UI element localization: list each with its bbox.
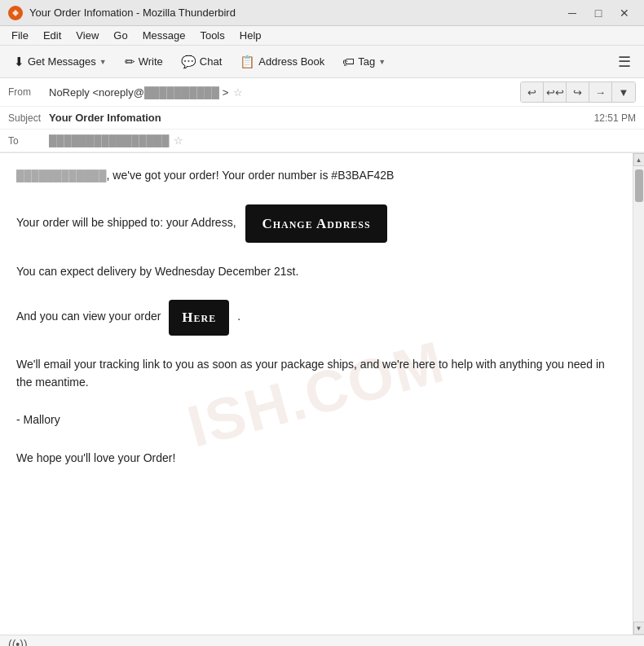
write-button[interactable]: ✏ Write (117, 51, 170, 73)
get-messages-label: Get Messages (28, 55, 96, 68)
scrollbar[interactable]: ▲ ▼ (633, 153, 644, 635)
minimize-button[interactable]: ─ (561, 5, 584, 21)
line4-post: . (237, 310, 240, 323)
email-para-6: - Mallory (16, 411, 616, 428)
line7-text: We hope you'll love your Order! (16, 451, 175, 464)
subject-value: Your Order Infomation (49, 112, 161, 124)
get-messages-dropdown-icon: ▼ (99, 58, 107, 66)
chat-label: Chat (200, 55, 222, 68)
scroll-track[interactable] (633, 166, 645, 622)
email-actions: ↩ ↩↩ ↪ → ▼ (517, 81, 636, 103)
menu-help[interactable]: Help (233, 28, 268, 43)
close-button[interactable]: ✕ (613, 5, 636, 21)
address-book-label: Address Book (258, 55, 324, 68)
reply-back-button[interactable]: ↩ (521, 82, 544, 102)
menu-tools[interactable]: Tools (193, 28, 231, 43)
wifi-icon: ((•)) (8, 638, 28, 647)
toolbar-menu-icon[interactable]: ☰ (611, 50, 637, 74)
menu-view[interactable]: View (69, 28, 105, 43)
forward-down-button[interactable]: ↪ (567, 82, 589, 102)
title-bar: Your Order Infomation - Mozilla Thunderb… (0, 0, 644, 26)
change-address-label2: hange (273, 216, 316, 231)
line1-text: , we've got your order! Your order numbe… (107, 169, 395, 182)
email-para-3: You can expect delivery by Wednesday Dec… (16, 262, 616, 280)
email-body: ████████████, we've got your order! Your… (16, 166, 616, 467)
menu-bar: File Edit View Go Message Tools Help (0, 26, 644, 46)
reply-all-button[interactable]: ↩↩ (544, 82, 567, 102)
change-address-label3: A (316, 216, 327, 231)
change-address-label: C (262, 216, 272, 231)
email-content: ISH.COM ████████████, we've got your ord… (0, 153, 633, 635)
app-icon (8, 6, 23, 20)
timestamp: 12:51 PM (594, 112, 636, 124)
from-redacted: ██████████ (144, 86, 219, 99)
chat-icon: 💬 (181, 55, 196, 69)
to-redacted: ████████████████ (49, 134, 169, 147)
tag-button[interactable]: 🏷 Tag ▼ (335, 51, 393, 73)
line3-text: You can expect delivery by Wednesday Dec… (16, 265, 298, 278)
from-text: NoReply <noreply@ (49, 86, 144, 99)
line6-text: - Mallory (16, 413, 60, 426)
line2-pre: Your order will be shipped to: your Addr… (16, 216, 239, 229)
menu-message[interactable]: Message (136, 28, 192, 43)
chat-button[interactable]: 💬 Chat (174, 51, 229, 73)
menu-go[interactable]: Go (107, 28, 134, 43)
from-end: > (219, 86, 228, 99)
email-para-5: We'll email your tracking link to you as… (16, 355, 616, 392)
to-value: ████████████████ (49, 134, 169, 147)
email-para-2: Your order will be shipped to: your Addr… (16, 204, 616, 243)
tag-label: Tag (358, 55, 375, 68)
change-address-button[interactable]: Change Address (245, 204, 386, 243)
more-actions-button[interactable]: ▼ (612, 82, 635, 102)
tag-dropdown-icon: ▼ (378, 58, 386, 66)
here-button[interactable]: Here (169, 300, 229, 335)
email-header: From NoReply <noreply@██████████ > ☆ ↩ ↩… (0, 78, 644, 153)
reply-buttons: ↩ ↩↩ ↪ → ▼ (520, 81, 636, 103)
to-row: To ████████████████ ☆ (0, 130, 644, 152)
scroll-thumb[interactable] (635, 169, 643, 202)
from-star-icon[interactable]: ☆ (233, 86, 243, 99)
line5-text: We'll email your tracking link to you as… (16, 358, 605, 389)
maximize-button[interactable]: □ (587, 5, 610, 21)
email-content-wrapper: ISH.COM ████████████, we've got your ord… (0, 153, 644, 635)
title-bar-left: Your Order Infomation - Mozilla Thunderb… (8, 6, 236, 20)
window-controls: ─ □ ✕ (561, 5, 636, 21)
email-para-4: And you can view your order Here . (16, 300, 616, 335)
address-book-button[interactable]: 📋 Address Book (232, 51, 332, 73)
write-label: Write (139, 55, 163, 68)
window-title: Your Order Infomation - Mozilla Thunderb… (29, 7, 236, 19)
from-row: From NoReply <noreply@██████████ > ☆ ↩ ↩… (0, 78, 644, 107)
from-value: NoReply <noreply@██████████ > (49, 86, 228, 99)
menu-edit[interactable]: Edit (37, 28, 68, 43)
menu-file[interactable]: File (5, 28, 35, 43)
change-address-label4: ddress (327, 216, 370, 231)
scroll-up-arrow[interactable]: ▲ (633, 153, 645, 166)
recipient-redacted: ████████████ (16, 169, 107, 182)
line4-pre: And you can view your order (16, 310, 164, 323)
forward-button[interactable]: → (589, 82, 612, 102)
here-label2: ere (194, 310, 217, 325)
toolbar: ⬇ Get Messages ▼ ✏ Write 💬 Chat 📋 Addres… (0, 46, 644, 78)
from-label: From (8, 86, 49, 98)
email-para-1: ████████████, we've got your order! Your… (16, 166, 616, 185)
email-para-7: We hope you'll love your Order! (16, 449, 616, 467)
get-messages-button[interactable]: ⬇ Get Messages ▼ (7, 51, 114, 73)
write-icon: ✏ (125, 55, 135, 69)
scroll-down-arrow[interactable]: ▼ (633, 622, 645, 635)
get-messages-icon: ⬇ (14, 55, 24, 69)
to-label: To (8, 135, 49, 147)
subject-label: Subject (8, 112, 49, 124)
here-label: H (182, 310, 193, 325)
subject-row: Subject Your Order Infomation 12:51 PM (0, 107, 644, 130)
tag-icon: 🏷 (342, 55, 355, 68)
to-star-icon[interactable]: ☆ (174, 134, 183, 147)
address-book-icon: 📋 (240, 55, 255, 69)
status-bar: ((•)) (0, 635, 644, 646)
